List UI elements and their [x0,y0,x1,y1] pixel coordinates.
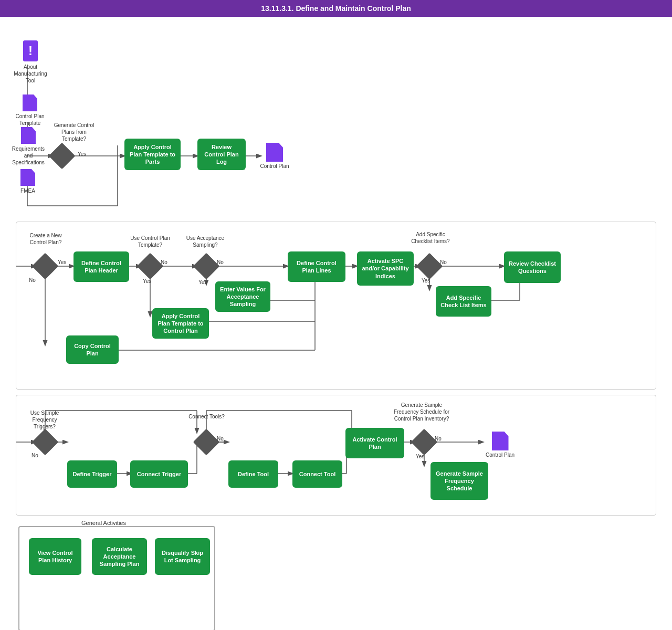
page-title: 13.11.3.1. Define and Maintain Control P… [261,4,411,13]
apply-cp-template-cp-box[interactable]: Apply Control Plan Template to Control P… [152,308,209,339]
yes-label-5: Yes [422,278,430,284]
requirements-specifications-icon: Requirements and Specifications [7,127,49,166]
generate-from-template-label: Generate Control Plans from Template? [50,122,98,142]
control-plan-doc1: Control Plan [259,143,290,169]
requirements-label: Requirements and Specifications [7,145,49,166]
no-label-1: No [161,259,167,265]
add-checklist-items-box[interactable]: Add Specific Check List Items [436,286,491,317]
about-manufacturing-tool-icon: ! About Manufacturing Tool [15,40,46,84]
no-label-2: No [217,259,224,265]
yes-label-2: Yes [58,259,66,265]
yes-label-4: Yes [143,278,151,284]
define-cp-header-box[interactable]: Define Control Plan Header [74,251,129,282]
control-plan-template-label: Control Plan Template [12,113,48,127]
yes-label-3: Yes [198,279,207,285]
use-acceptance-label: Use Acceptance Sampling? [185,235,226,248]
title-bar: 13.11.3.1. Define and Maintain Control P… [0,0,672,17]
control-plan-doc2: Control Plan [483,432,517,458]
no-label-5: No [217,436,224,442]
control-plan-doc2-label: Control Plan [486,452,514,458]
section3-border [16,395,656,516]
control-plan-template-icon: Control Plan Template [12,94,48,127]
no-label-6: No [435,436,442,442]
general-activities-label: General Activities [81,520,126,526]
connect-trigger-box[interactable]: Connect Trigger [130,460,188,488]
connect-tools-label: Connect Tools? [187,413,226,420]
no-label-3: No [440,259,447,265]
no-label-4: No [32,453,38,458]
define-cp-lines-box[interactable]: Define Control Plan Lines [288,251,345,282]
define-trigger-box[interactable]: Define Trigger [67,460,117,488]
use-cp-template-label: Use Control Plan Template? [129,235,171,248]
no-label-copy: No [29,277,36,283]
disqualify-skip-box[interactable]: Disqualify Skip Lot Sampling [155,538,210,575]
generate-sample-label: Generate Sample Frequency Schedule for C… [393,402,450,422]
calculate-acceptance-box[interactable]: Calculate Acceptance Sampling Plan [92,538,147,575]
apply-cp-template-parts-box[interactable]: Apply Control Plan Template to Parts [124,139,181,170]
fmea-label: FMEA [20,187,35,194]
connect-tool-box[interactable]: Connect Tool [292,460,342,488]
generate-from-template-diamond [49,143,76,170]
review-cp-log-box[interactable]: Review Control Plan Log [197,139,246,170]
add-checklist-label: Add Specific Checklist Items? [407,231,454,245]
create-new-label: Create a New Control Plan? [22,232,69,246]
yes-label-1: Yes [78,151,86,157]
diagram-area: ! About Manufacturing Tool Control Plan … [0,17,672,626]
define-tool-box[interactable]: Define Tool [228,460,278,488]
enter-acceptance-box[interactable]: Enter Values For Acceptance Sampling [215,281,270,312]
activate-spc-box[interactable]: Activate SPC and/or Capability Indices [357,251,414,286]
generate-sample-box[interactable]: Generate Sample Frequency Schedule [430,462,488,500]
copy-cp-box[interactable]: Copy Control Plan [66,335,119,364]
activate-cp-box[interactable]: Activate Control Plan [345,428,404,458]
section2-border [16,222,656,390]
control-plan-doc1-label: Control Plan [260,163,289,169]
about-manufacturing-label: About Manufacturing Tool [14,64,47,84]
use-sample-triggers-label: Use Sample Frequency Triggers? [21,410,68,430]
fmea-icon: FMEA [15,169,41,194]
view-cp-history-box[interactable]: View Control Plan History [29,538,81,575]
yes-label-6: Yes [416,454,424,459]
review-checklist-box[interactable]: Review Checklist Questions [504,251,561,283]
